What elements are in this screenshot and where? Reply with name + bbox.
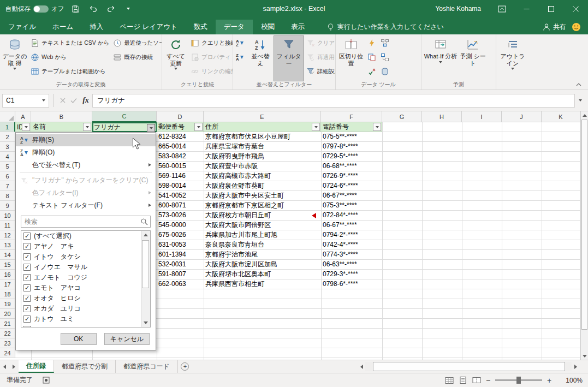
manage-data-model-button[interactable] — [378, 64, 391, 79]
outline-button[interactable]: アウトライン — [497, 35, 528, 81]
redo-button[interactable] — [105, 3, 117, 15]
existing-connections-button[interactable]: 既存の接続 — [111, 50, 162, 64]
filter-dropdown-button[interactable] — [22, 123, 30, 131]
cell-phone[interactable]: 0798-6*-**** — [321, 279, 382, 289]
cell-address[interactable]: 大阪府大阪市阿倍野区 — [204, 221, 321, 230]
ok-button[interactable]: OK — [61, 333, 97, 345]
cell-address[interactable]: 京都府京都市下京区相之町 — [204, 201, 321, 211]
cell-postal[interactable]: 545-0000 — [157, 221, 204, 230]
filter-dropdown-button[interactable] — [194, 123, 203, 131]
row-header[interactable]: 24 — [0, 348, 15, 358]
confirm-entry-button[interactable] — [68, 94, 79, 108]
cell-postal[interactable]: 675-0026 — [157, 230, 204, 240]
customize-quick-access-toolbar-button[interactable] — [122, 3, 134, 15]
list-scrollbar[interactable] — [141, 231, 150, 327]
column-header-g[interactable]: G — [382, 111, 422, 122]
cell-address[interactable]: 大阪府大阪市淀川区加島 — [204, 260, 321, 270]
close-button[interactable] — [563, 0, 588, 17]
cell-phone[interactable]: 06-67**-**** — [321, 191, 382, 201]
cell-postal[interactable]: 560-0015 — [157, 162, 204, 171]
zoom-in-button[interactable]: + — [544, 376, 554, 385]
row-header[interactable]: 15 — [0, 260, 15, 270]
filter-value-item-partial[interactable]: ✓ — [21, 324, 150, 328]
menu-text-filters[interactable]: テキスト フィルター(F) — [16, 199, 156, 212]
page-break-view-button[interactable] — [470, 374, 483, 386]
name-box[interactable]: C1 — [2, 94, 49, 108]
zoom-slider[interactable] — [495, 379, 542, 381]
row-header[interactable]: 4 — [0, 152, 15, 162]
tab-page-layout[interactable]: ページ レイアウト — [111, 20, 186, 34]
cell-phone[interactable]: 0797-8*-**** — [321, 142, 382, 152]
row-header[interactable]: 18 — [0, 289, 15, 299]
row-header[interactable]: 23 — [0, 338, 15, 348]
row-header[interactable]: 11 — [0, 221, 15, 230]
filter-value-item[interactable]: ✓ カトウ ユミ — [21, 314, 141, 324]
header-cell-address[interactable]: 住所 — [204, 122, 321, 132]
cell-address[interactable]: 兵庫県宝塚市青葉台 — [204, 142, 321, 152]
scrollbar-thumb[interactable] — [581, 120, 587, 330]
column-header-f[interactable]: F — [321, 111, 382, 122]
filter-value-item[interactable]: ✓ アヤノ アキ — [21, 241, 141, 252]
scroll-down-button[interactable] — [141, 319, 150, 327]
scroll-up-button[interactable] — [581, 111, 588, 119]
row-header[interactable]: 13 — [0, 240, 15, 250]
cell-phone[interactable]: 075-5**-**** — [321, 132, 382, 142]
row-header[interactable]: 10 — [0, 211, 15, 221]
cell-address[interactable]: 京都府宇治市池尾 — [204, 250, 321, 260]
row-header[interactable]: 21 — [0, 319, 15, 329]
queries-connections-button[interactable]: クエリと接続 — [188, 36, 233, 50]
header-cell-furigana-selected[interactable]: フリガナ — [92, 122, 157, 132]
row-header[interactable]: 12 — [0, 230, 15, 240]
search-input[interactable] — [21, 216, 151, 228]
cell-address[interactable]: 京都府京都市伏見区小豆屋町 — [204, 132, 321, 142]
menu-clear-filter[interactable]: "フリガナ" からフィルターをクリア(C) — [16, 174, 156, 187]
row-header[interactable]: 6 — [0, 171, 15, 181]
cell-postal[interactable]: 665-0014 — [157, 142, 204, 152]
cell-address[interactable]: 兵庫県西宮市相生町 — [204, 279, 321, 289]
advanced-filter-button[interactable]: 詳細設定 — [304, 64, 336, 79]
row-header[interactable]: 2 — [0, 132, 15, 142]
cell-phone[interactable]: 0774-3*-**** — [321, 250, 382, 260]
cell-address[interactable]: 大阪府高槻市赤大路町 — [204, 171, 321, 181]
sheet-tab-todofuken-bunkatsu[interactable]: 都道府県で分割 — [54, 360, 116, 373]
macro-record-icon[interactable] — [43, 377, 50, 384]
cell-postal[interactable]: 532-0031 — [157, 260, 204, 270]
row-header[interactable]: 22 — [0, 329, 15, 338]
properties-button[interactable]: プロパティ — [188, 50, 233, 64]
new-sheet-button[interactable]: + — [178, 360, 192, 373]
maximize-button[interactable] — [539, 0, 563, 17]
cell-postal[interactable]: 583-0842 — [157, 152, 204, 162]
cell-phone[interactable]: 06-63**-**** — [321, 260, 382, 270]
cell-postal[interactable]: 569-1146 — [157, 171, 204, 181]
what-if-analysis-button[interactable]: What-If 分析 — [423, 35, 459, 81]
sheet-tab-todofuken-code[interactable]: 都道府県コード — [116, 360, 178, 373]
header-cell-name[interactable]: 名前 — [31, 122, 92, 132]
tell-me-box[interactable]: 実行したい作業を入力してください — [327, 20, 444, 34]
column-header-c[interactable]: C — [92, 111, 157, 122]
tab-insert[interactable]: 挿入 — [81, 20, 111, 34]
autosave-toggle[interactable]: 自動保存 オフ — [5, 5, 64, 13]
menu-sort-by-color[interactable]: 色で並べ替え(T) — [16, 159, 156, 171]
edit-links-button[interactable]: リンクの編集 — [188, 64, 233, 79]
reapply-button[interactable]: 再適用 — [304, 50, 336, 64]
filter-dropdown-button[interactable] — [373, 123, 381, 131]
cell-postal[interactable]: 591-8007 — [157, 270, 204, 279]
clear-filter-button[interactable]: クリア — [304, 36, 336, 50]
cell-phone[interactable]: 0724-6*-**** — [321, 181, 382, 191]
consolidate-button[interactable] — [378, 36, 391, 50]
column-header-h[interactable]: H — [422, 111, 462, 122]
cell-address[interactable]: 大阪府羽曳野市飛鳥 — [204, 152, 321, 162]
search-icon[interactable] — [140, 218, 148, 227]
cell-address[interactable]: 大阪府堺市北区奥本町 — [204, 270, 321, 279]
cell-address[interactable]: 大阪府大阪市中央区安土町 — [204, 191, 321, 201]
cell-phone[interactable]: 0794-2*-**** — [321, 230, 382, 240]
cell-address[interactable]: 大阪府豊中市赤阪 — [204, 162, 321, 171]
sort-button[interactable]: AZ 並べ替え — [247, 35, 274, 81]
feedback-smiley-icon[interactable] — [572, 20, 583, 34]
row-header[interactable]: 9 — [0, 201, 15, 211]
row-header[interactable]: 14 — [0, 250, 15, 260]
ribbon-display-options-button[interactable] — [490, 0, 514, 17]
column-header-d[interactable]: D — [157, 111, 204, 122]
sort-descending-button[interactable]: ZA — [234, 50, 247, 64]
minimize-button[interactable] — [514, 0, 539, 17]
